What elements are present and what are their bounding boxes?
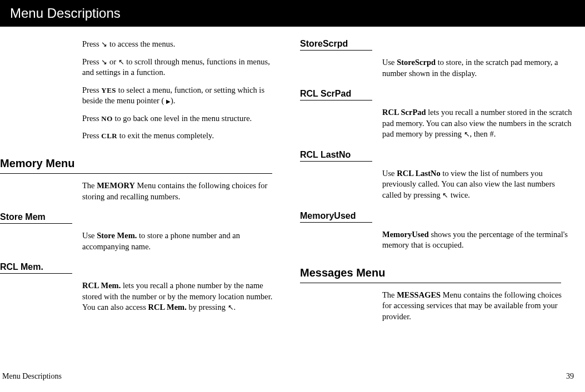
- memory-menu-heading: Memory Menu: [0, 157, 272, 170]
- header-bar: Menu Descriptions: [0, 0, 585, 27]
- text-bold: MEMORY: [97, 181, 135, 190]
- text: Use: [82, 231, 97, 240]
- rclscrpad-heading: RCL ScrPad: [300, 89, 372, 99]
- play-icon: ▶: [166, 98, 171, 104]
- text-bold: MemoryUsed: [382, 230, 429, 239]
- memory-menu-heading-wrap: Memory Menu: [0, 157, 272, 174]
- text: The: [382, 290, 397, 299]
- right-column: StoreScrpd Use StoreScrpd to store, in t…: [289, 32, 578, 325]
- text: Use: [382, 58, 397, 67]
- memory-intro: The MEMORY Menu contains the following c…: [82, 180, 283, 202]
- text-bold: RCL ScrPad: [382, 108, 426, 117]
- page-number: 39: [566, 372, 574, 381]
- rclscrpad-para: RCL ScrPad lets you recall a number stor…: [382, 107, 572, 140]
- memoryused-para: MemoryUsed shows you the percentage of t…: [382, 229, 572, 251]
- storescrpd-heading-wrap: StoreScrpd: [300, 39, 372, 51]
- rcl-mem-para: RCL Mem. lets you recall a phone number …: [82, 280, 283, 313]
- arrow-up-icon: ↖: [118, 58, 124, 66]
- text-bold: StoreScrpd: [397, 58, 436, 67]
- text: by pressing: [187, 303, 228, 311]
- text: Press: [82, 86, 101, 94]
- storescrpd-para: Use StoreScrpd to store, in the scratch …: [382, 57, 572, 79]
- left-column: Press ↘ to access the menus. Press ↘ or …: [0, 32, 289, 325]
- store-mem-heading-wrap: Store Mem: [0, 212, 72, 224]
- text-bold: RCL LastNo: [397, 169, 441, 178]
- intro-p2: Press ↘ or ↖ to scroll through menus, fu…: [82, 57, 283, 78]
- intro-p3: Press YES to select a menu, function, or…: [82, 85, 283, 107]
- rclscrpad-heading-wrap: RCL ScrPad: [300, 89, 372, 100]
- rcl-mem-heading-wrap: RCL Mem.: [0, 262, 72, 274]
- intro-p4: Press NO to go back one level in the men…: [82, 113, 283, 124]
- text: The: [82, 181, 97, 190]
- text: Use: [382, 169, 397, 178]
- key-clr: CLR: [101, 132, 117, 140]
- arrow-up-icon: ↖: [442, 191, 448, 199]
- rcl-mem-heading: RCL Mem.: [0, 262, 72, 272]
- arrow-down-icon: ↘: [101, 40, 107, 48]
- messages-menu-heading: Messages Menu: [300, 267, 561, 279]
- text: , then #.: [470, 129, 496, 138]
- text: to exit the menus completely.: [117, 131, 214, 140]
- footer: Menu Descriptions 39: [0, 372, 585, 381]
- intro-p1: Press ↘ to access the menus.: [82, 39, 283, 50]
- memoryused-heading: MemoryUsed: [300, 211, 372, 221]
- arrow-down-icon: ↘: [101, 58, 107, 66]
- store-mem-para: Use Store Mem. to store a phone number a…: [82, 230, 283, 252]
- text: to access the menus.: [107, 39, 175, 48]
- arrow-up-icon: ↖: [464, 130, 470, 138]
- messages-intro: The MESSAGES Menu contains the following…: [382, 290, 572, 323]
- intro-p5: Press CLR to exit the menus completely.: [82, 130, 283, 142]
- text: Press: [82, 114, 101, 123]
- storescrpd-heading: StoreScrpd: [300, 39, 372, 49]
- arrow-up-icon: ↖: [228, 303, 234, 311]
- rcllastno-heading-wrap: RCL LastNo: [300, 150, 372, 162]
- rcllastno-heading: RCL LastNo: [300, 150, 372, 160]
- text-bold: Store Mem.: [97, 231, 137, 240]
- text-bold: MESSAGES: [397, 290, 441, 299]
- memoryused-heading-wrap: MemoryUsed: [300, 211, 372, 223]
- text: to go back one level in the menu structu…: [113, 114, 252, 123]
- text: ).: [171, 96, 175, 105]
- text: Press: [82, 57, 101, 66]
- text: Press: [82, 131, 101, 140]
- page-title: Menu Descriptions: [10, 6, 121, 21]
- content-columns: Press ↘ to access the menus. Press ↘ or …: [0, 27, 585, 325]
- messages-menu-heading-wrap: Messages Menu: [300, 267, 561, 283]
- footer-left: Menu Descriptions: [2, 372, 62, 381]
- text: .: [234, 303, 236, 311]
- text: or: [107, 57, 118, 66]
- text: twice.: [448, 190, 470, 199]
- key-yes: YES: [101, 86, 116, 94]
- rcllastno-para: Use RCL LastNo to view the list of numbe…: [382, 168, 572, 201]
- text-bold: RCL Mem.: [82, 281, 121, 290]
- key-no: NO: [101, 114, 113, 123]
- store-mem-heading: Store Mem: [0, 212, 72, 222]
- text: Press: [82, 39, 101, 48]
- text-bold: RCL Mem.: [148, 303, 187, 311]
